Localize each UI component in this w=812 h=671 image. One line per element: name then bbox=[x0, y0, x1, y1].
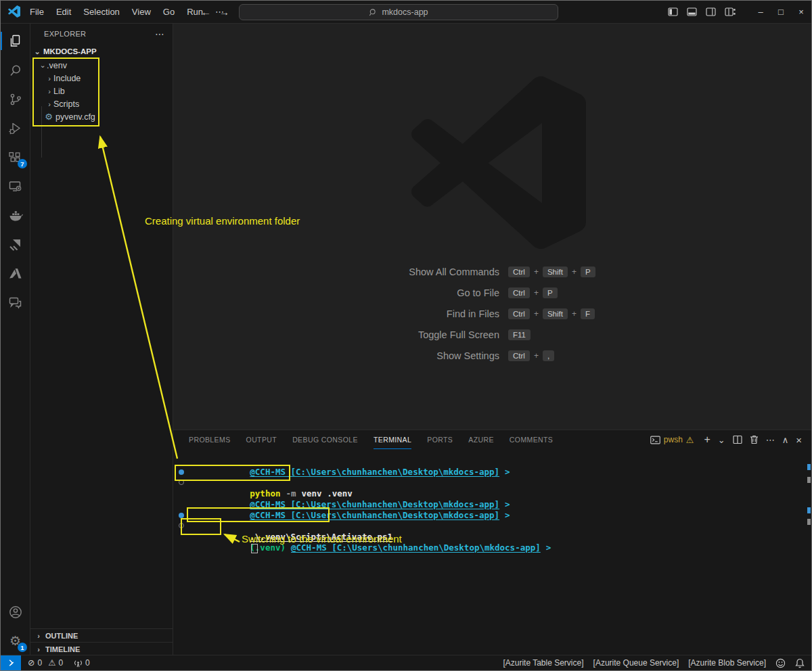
shortcut-label: Find in Files bbox=[317, 308, 499, 319]
toggle-sidebar-icon[interactable] bbox=[668, 7, 678, 17]
tab-azure[interactable]: AZURE bbox=[468, 430, 494, 449]
warning-count: 0 bbox=[58, 658, 63, 668]
activitybar-remote-explorer[interactable] bbox=[1, 172, 30, 201]
azurite-queue-service[interactable]: [Azurite Queue Service] bbox=[593, 658, 679, 668]
activitybar-search[interactable] bbox=[1, 55, 30, 85]
toggle-secondary-sidebar-icon[interactable] bbox=[706, 7, 716, 17]
shortcut-label: Go to File bbox=[317, 287, 499, 298]
new-terminal-icon[interactable]: + bbox=[704, 434, 710, 445]
notifications-bell-icon[interactable] bbox=[795, 658, 805, 668]
minimize-button[interactable]: – bbox=[750, 1, 771, 23]
close-panel-icon[interactable]: × bbox=[796, 435, 802, 445]
vscode-window: File Edit Selection View Go Run ⋯ ← → mk… bbox=[0, 0, 812, 671]
feedback-smiley-icon[interactable] bbox=[775, 658, 786, 668]
explorer-title: EXPLORER bbox=[44, 30, 86, 38]
tab-debug-console[interactable]: DEBUG CONSOLE bbox=[292, 430, 358, 449]
ports-status[interactable]: 0 bbox=[74, 658, 90, 668]
activitybar-deploy[interactable] bbox=[1, 230, 30, 259]
customize-layout-icon[interactable] bbox=[725, 7, 736, 17]
warning-icon: ⚠ bbox=[48, 659, 55, 668]
tab-ports[interactable]: PORTS bbox=[427, 430, 453, 449]
project-root-row[interactable]: ⌄ MKDOCS-APP bbox=[30, 44, 173, 59]
warning-icon: ⚠ bbox=[686, 436, 694, 444]
annotation-box-venv-prefix bbox=[181, 518, 221, 535]
history-nav: ← → bbox=[201, 1, 229, 23]
account-icon bbox=[8, 605, 23, 620]
menu-selection[interactable]: Selection bbox=[77, 7, 125, 17]
maximize-button[interactable]: □ bbox=[771, 1, 791, 23]
deploy-arrow-icon bbox=[8, 237, 22, 252]
menu-file[interactable]: File bbox=[24, 7, 50, 17]
activitybar-settings[interactable]: ⚙ 1 bbox=[1, 626, 30, 655]
activitybar-comments[interactable] bbox=[1, 288, 30, 317]
status-bar: ⊘ 0 ⚠ 0 0 [Azurite Table Service] [Azuri… bbox=[1, 655, 811, 670]
command-decoration-success[interactable] bbox=[179, 513, 184, 518]
keycap: Ctrl bbox=[508, 267, 530, 277]
maximize-panel-icon[interactable]: ∧ bbox=[782, 436, 789, 444]
statusbar-right: [Azurite Table Service] [Azurite Queue S… bbox=[503, 658, 811, 668]
activitybar-run-debug[interactable] bbox=[1, 114, 30, 143]
shortcut-label: Show Settings bbox=[317, 350, 499, 361]
terminal-dropdown-icon[interactable]: ⌄ bbox=[718, 436, 725, 444]
tab-terminal[interactable]: TERMINAL bbox=[374, 430, 411, 449]
kill-terminal-icon[interactable] bbox=[750, 435, 759, 444]
annotation-note-2: Switching to the virtual environment bbox=[242, 533, 402, 545]
remote-indicator[interactable] bbox=[1, 655, 21, 670]
annotation-note-1: Creating virtual environment folder bbox=[145, 215, 300, 227]
timeline-section[interactable]: › TIMELINE bbox=[30, 642, 173, 655]
keycap: F bbox=[581, 308, 595, 319]
vscode-watermark-logo bbox=[410, 75, 586, 251]
ruler-mark-command bbox=[807, 507, 811, 513]
azurite-table-service[interactable]: [Azurite Table Service] bbox=[503, 658, 583, 668]
plus-separator: + bbox=[534, 351, 539, 361]
terminal-cursor bbox=[251, 544, 258, 553]
activitybar-explorer[interactable] bbox=[1, 26, 30, 55]
problems-status[interactable]: ⊘ 0 ⚠ 0 bbox=[28, 658, 63, 668]
menu-go[interactable]: Go bbox=[157, 7, 181, 17]
forward-icon[interactable]: → bbox=[219, 6, 229, 18]
error-count: 0 bbox=[37, 658, 42, 668]
search-icon bbox=[369, 8, 378, 17]
activitybar-docker[interactable] bbox=[1, 201, 30, 230]
activitybar-extensions[interactable]: 7 bbox=[1, 143, 30, 172]
terminal-blank-line bbox=[178, 488, 802, 499]
toggle-panel-icon[interactable] bbox=[687, 7, 697, 17]
files-icon bbox=[8, 34, 22, 48]
comments-icon bbox=[8, 296, 22, 310]
keycap: Ctrl bbox=[508, 308, 530, 319]
tab-comments[interactable]: COMMENTS bbox=[510, 430, 553, 449]
search-icon bbox=[9, 64, 22, 77]
prompt-symbol: > bbox=[546, 542, 551, 553]
ruler-mark-command bbox=[807, 464, 811, 470]
outline-section[interactable]: › OUTLINE bbox=[30, 628, 173, 642]
activitybar-account[interactable] bbox=[1, 597, 30, 626]
explorer-more-icon[interactable]: ⋯ bbox=[155, 28, 164, 39]
split-terminal-icon[interactable] bbox=[733, 435, 742, 444]
vscode-logo-icon bbox=[8, 5, 20, 18]
source-control-icon bbox=[9, 93, 22, 106]
activity-bar: 7 bbox=[1, 24, 30, 655]
radio-tower-icon bbox=[74, 659, 83, 668]
annotation-box-venv-tree bbox=[32, 57, 99, 126]
terminal-line: (.venv)@CCH-MS [C:\Users\chunhanchen\Des… bbox=[178, 521, 802, 532]
annotation-box-venv-command bbox=[175, 465, 290, 481]
project-root-label: MKDOCS-APP bbox=[43, 47, 97, 55]
command-center-search[interactable]: mkdocs-app bbox=[239, 4, 558, 20]
close-button[interactable]: × bbox=[791, 1, 811, 23]
watermark-shortcuts: Show All Commands Ctrl + Shift + P Go to… bbox=[317, 265, 595, 370]
shortcut-label: Show All Commands bbox=[317, 267, 499, 277]
back-icon[interactable]: ← bbox=[201, 6, 211, 18]
plus-separator: + bbox=[534, 288, 539, 298]
menu-edit[interactable]: Edit bbox=[50, 7, 77, 17]
panel-more-icon[interactable]: ⋯ bbox=[766, 436, 775, 444]
chevron-right-icon: › bbox=[35, 645, 43, 653]
azurite-blob-service[interactable]: [Azurite Blob Service] bbox=[688, 658, 766, 668]
menu-view[interactable]: View bbox=[126, 7, 157, 17]
keycap: P bbox=[543, 287, 558, 298]
activitybar-azure[interactable] bbox=[1, 259, 30, 288]
keycap: Ctrl bbox=[508, 350, 530, 361]
tab-output[interactable]: OUTPUT bbox=[246, 430, 277, 449]
activitybar-source-control[interactable] bbox=[1, 85, 30, 114]
tab-problems[interactable]: PROBLEMS bbox=[189, 430, 231, 449]
terminal-shell-selector[interactable]: pwsh ⚠ bbox=[650, 435, 694, 444]
